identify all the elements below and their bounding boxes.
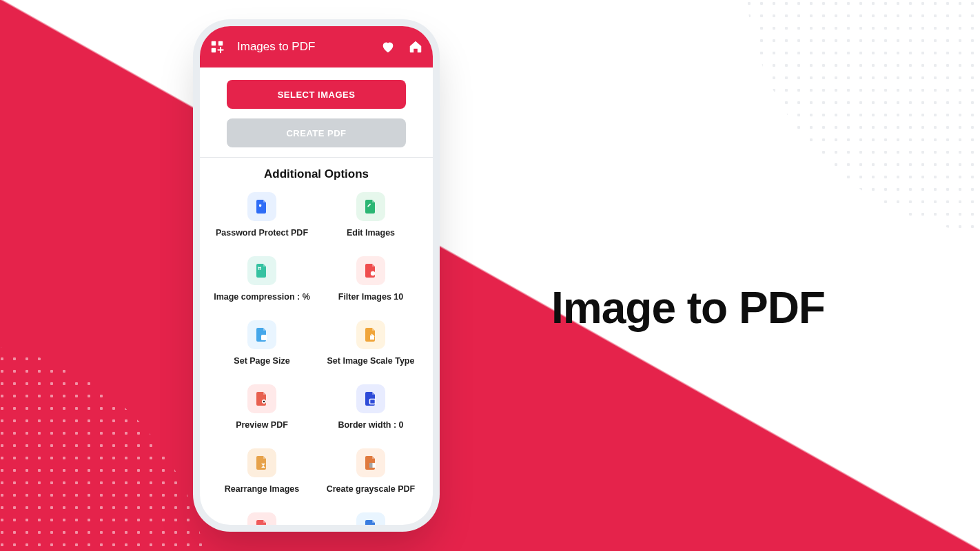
rearrange-icon	[247, 448, 276, 477]
option-border[interactable]: Border width : 0	[318, 384, 423, 430]
app-topbar: Images to PDF	[200, 26, 433, 67]
option-label: Image compression : %	[214, 292, 310, 302]
home-icon[interactable]	[408, 39, 423, 54]
grayscale-icon	[356, 448, 385, 477]
topbar-title: Images to PDF	[237, 40, 368, 54]
additional-options-title: Additional Options	[207, 167, 426, 181]
option-scale[interactable]: Set Image Scale Type	[318, 320, 423, 366]
svg-rect-1	[218, 41, 223, 45]
option-label: Password Protect PDF	[216, 228, 308, 238]
select-images-button[interactable]: SELECT IMAGES	[227, 80, 406, 109]
option-label: Edit Images	[347, 228, 395, 238]
option-label: Border width : 0	[338, 420, 403, 430]
edit-icon	[356, 192, 385, 221]
option-filter[interactable]: Filter Images 10	[318, 256, 423, 302]
border-icon	[356, 384, 385, 413]
option-compress[interactable]: Image compression : %	[210, 256, 314, 302]
app-content: SELECT IMAGES CREATE PDF Additional Opti…	[200, 67, 433, 525]
scale-icon	[356, 320, 385, 349]
heart-icon[interactable]	[380, 39, 396, 54]
option-rearrange[interactable]: Rearrange Images	[210, 448, 314, 495]
option-edit[interactable]: Edit Images	[318, 192, 423, 238]
option-shield[interactable]: Password Protect PDF	[210, 192, 314, 238]
option-doc[interactable]	[210, 512, 314, 525]
phone-mockup: Images to PDF SELECT IMAGES CREATE PDF A…	[200, 26, 433, 525]
doc-icon	[356, 512, 385, 525]
options-grid: Password Protect PDFEdit ImagesImage com…	[207, 192, 426, 525]
page-icon	[247, 320, 276, 349]
option-label: Set Page Size	[234, 356, 289, 366]
option-label: Rearrange Images	[225, 484, 299, 495]
doc-icon	[247, 512, 276, 525]
option-label: Set Image Scale Type	[327, 356, 415, 366]
svg-point-6	[263, 401, 265, 403]
option-preview[interactable]: Preview PDF	[210, 384, 314, 430]
apps-grid-icon[interactable]	[210, 39, 225, 54]
background-triangle	[0, 0, 980, 551]
option-doc[interactable]	[318, 512, 423, 525]
divider	[200, 157, 433, 158]
svg-rect-2	[212, 48, 216, 52]
svg-rect-9	[369, 463, 373, 468]
option-label: Create grayscale PDF	[327, 484, 416, 495]
option-grayscale[interactable]: Create grayscale PDF	[318, 448, 423, 495]
shield-icon	[247, 192, 276, 221]
svg-rect-4	[261, 335, 267, 340]
svg-point-3	[371, 271, 375, 276]
option-label: Filter Images 10	[338, 292, 404, 302]
filter-icon	[356, 256, 385, 285]
svg-rect-0	[212, 41, 216, 45]
option-page[interactable]: Set Page Size	[210, 320, 314, 366]
option-label: Preview PDF	[236, 420, 288, 430]
page-headline: Image to PDF	[551, 282, 825, 333]
create-pdf-button: CREATE PDF	[227, 118, 406, 147]
compress-icon	[247, 256, 276, 285]
preview-icon	[247, 384, 276, 413]
